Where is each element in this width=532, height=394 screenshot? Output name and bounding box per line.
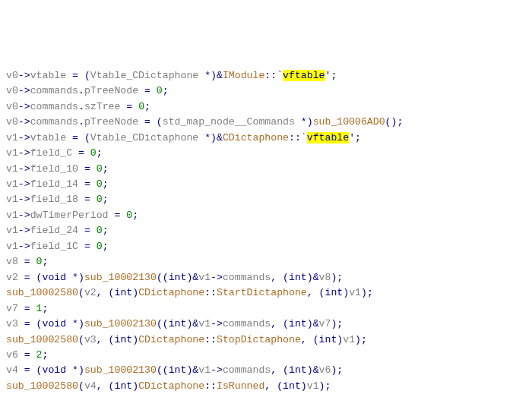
- code-token: sub_10002130: [84, 364, 157, 376]
- code-token: v4: [84, 380, 97, 392]
- code-token: ((: [157, 364, 169, 376]
- code-token: vftable: [307, 132, 349, 143]
- code-token: v0: [6, 85, 18, 96]
- code-token: v8: [6, 256, 24, 267]
- code-token: IModule: [223, 70, 264, 81]
- code-token: , (: [271, 272, 289, 283]
- code-token: ;: [132, 210, 138, 221]
- code-token: v1: [6, 132, 18, 143]
- code-line: v1->field_18 = 0;: [6, 192, 526, 207]
- code-token: v1: [307, 380, 319, 392]
- code-token: ;: [43, 303, 49, 314]
- code-token: ->: [18, 225, 30, 236]
- code-token: ';: [325, 70, 337, 81]
- decompiled-code-block: v0->vtable = (Vtable_CDictaphone *)&IMod…: [6, 68, 526, 394]
- code-token: v4: [6, 364, 24, 376]
- code-token: int: [169, 318, 187, 329]
- code-line: v0->commands.pTreeNode = (std_map_node__…: [6, 115, 526, 130]
- code-token: void: [43, 272, 73, 283]
- code-token: ;: [103, 241, 109, 252]
- code-token: field_1C: [30, 241, 84, 252]
- code-token: ->: [18, 70, 30, 81]
- code-token: ->: [18, 194, 30, 205]
- code-token: 0: [36, 256, 43, 267]
- code-token: , (: [271, 364, 289, 376]
- code-token: v1: [343, 334, 355, 345]
- code-token: )&: [307, 318, 319, 329]
- code-token: = (: [72, 70, 90, 81]
- code-token: int: [289, 272, 307, 283]
- code-token: 1: [36, 303, 43, 314]
- code-token: void: [43, 364, 73, 376]
- code-token: )&: [307, 364, 319, 376]
- code-token: , (: [301, 334, 319, 345]
- code-token: commands: [223, 364, 271, 376]
- code-token: int: [114, 380, 132, 392]
- code-token: vtable: [30, 70, 72, 81]
- code-token: ((: [157, 318, 169, 329]
- code-token: v8: [319, 272, 331, 283]
- code-token: v1: [6, 147, 18, 159]
- code-token: int: [169, 364, 187, 376]
- code-token: ): [132, 287, 138, 298]
- code-token: 0: [157, 85, 163, 96]
- code-token: int: [114, 334, 132, 345]
- code-token: *): [301, 116, 313, 128]
- code-token: )&: [186, 272, 198, 283]
- code-token: = (: [72, 132, 90, 143]
- code-token: field_14: [30, 178, 84, 190]
- code-token: = (: [24, 364, 43, 376]
- code-token: sub_10002130: [84, 272, 157, 283]
- code-token: CDictaphone: [138, 287, 204, 298]
- code-line: v1->field_C = 0;: [6, 146, 526, 161]
- code-token: v7: [319, 318, 331, 329]
- code-line: v2 = (void *)sub_10002130((int)&v1->comm…: [6, 270, 526, 285]
- code-token: *): [72, 318, 84, 329]
- code-token: );: [361, 287, 373, 298]
- code-token: =: [84, 163, 97, 175]
- code-line: v1->field_24 = 0;: [6, 223, 526, 238]
- code-line: sub_10002580(v4, (int)CDictaphone::IsRun…: [6, 379, 526, 394]
- code-token: ->: [211, 364, 223, 376]
- code-line: v1->field_14 = 0;: [6, 177, 526, 192]
- code-token: 0: [97, 194, 103, 205]
- code-token: =: [144, 85, 157, 96]
- code-line: v1->field_10 = 0;: [6, 162, 526, 177]
- code-token: Vtable_CDictaphone: [90, 132, 204, 143]
- code-token: CDictaphone: [138, 380, 204, 392]
- code-line: v1->field_1C = 0;: [6, 239, 526, 254]
- code-token: = (: [24, 318, 43, 329]
- code-token: v0: [6, 116, 18, 128]
- code-token: v2: [6, 272, 24, 283]
- code-token: =: [24, 303, 36, 314]
- code-token: sub_10006AD0: [313, 116, 385, 128]
- code-token: ): [132, 380, 138, 392]
- code-token: commands: [30, 85, 78, 96]
- code-token: ;: [43, 256, 49, 267]
- code-token: *): [72, 364, 84, 376]
- code-token: std_map_node__Commands: [163, 116, 301, 128]
- code-token: *)&: [204, 132, 223, 143]
- code-token: ::`: [264, 70, 283, 81]
- code-token: ;: [103, 163, 109, 175]
- code-token: v7: [6, 303, 24, 314]
- code-token: 0: [97, 178, 103, 190]
- code-line: sub_10002580(v2, (int)CDictaphone::Start…: [6, 285, 526, 301]
- code-token: int: [114, 287, 132, 298]
- code-line: v1->vtable = (Vtable_CDictaphone *)&CDic…: [6, 131, 526, 146]
- code-token: ::: [204, 334, 217, 345]
- code-token: v1: [198, 272, 211, 283]
- code-token: ::: [204, 380, 217, 392]
- code-token: dwTimerPeriod: [30, 210, 115, 221]
- code-token: ): [343, 287, 349, 298]
- code-token: ->: [18, 178, 30, 190]
- code-token: )&: [186, 318, 198, 329]
- code-token: int: [325, 287, 344, 298]
- code-token: ;: [97, 147, 103, 159]
- code-token: 0: [97, 225, 103, 236]
- code-token: ;: [144, 101, 150, 112]
- code-line: v8 = 0;: [6, 254, 526, 269]
- code-token: , (: [271, 318, 289, 329]
- code-token: =: [84, 241, 97, 252]
- code-token: szTree: [84, 101, 126, 112]
